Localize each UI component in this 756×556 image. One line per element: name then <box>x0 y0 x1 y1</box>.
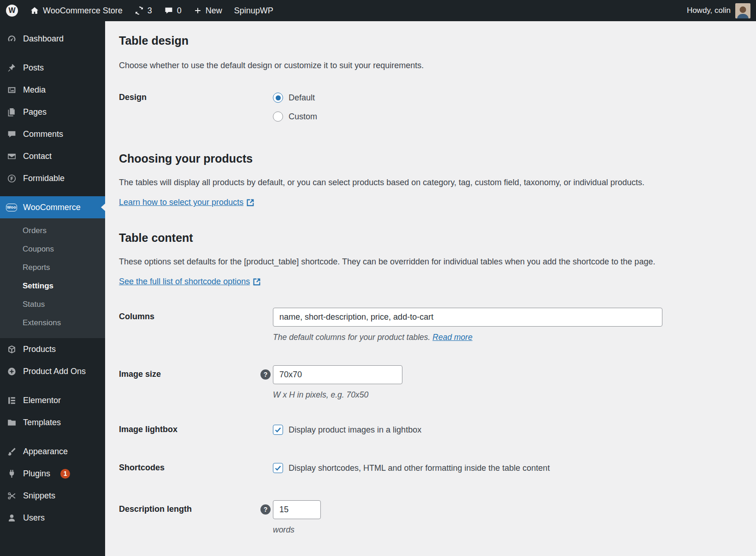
comments-link[interactable]: 0 <box>158 0 188 21</box>
user-avatar[interactable] <box>735 3 750 18</box>
image-lightbox-checkbox-label: Display product images in a lightbox <box>289 425 421 435</box>
image-size-field-group: W x H in pixels, e.g. 70x50 <box>273 365 402 400</box>
sidebar-item-elementor[interactable]: Elementor <box>0 389 105 411</box>
new-content-link[interactable]: New <box>188 0 228 21</box>
sidebar-item-label: Elementor <box>23 396 61 405</box>
admin-bar-left: W WooCommerce Store 3 0 <box>0 0 279 21</box>
design-radio-custom[interactable]: Custom <box>273 111 317 122</box>
sidebar-item-label: Plugins <box>23 469 50 479</box>
sidebar-item-formidable[interactable]: Formidable <box>0 167 105 189</box>
table-design-description: Choose whether to use the default design… <box>119 59 742 71</box>
image-size-help-text: W x H in pixels, e.g. 70x50 <box>273 390 402 400</box>
woocommerce-submenu: Orders Coupons Reports Settings Status E… <box>0 218 105 338</box>
spinupwp-link[interactable]: SpinupWP <box>228 0 279 21</box>
sidebar-item-woocommerce[interactable]: Woo WooCommerce <box>0 196 105 218</box>
design-radio-default[interactable]: Default <box>273 93 317 103</box>
sidebar-item-media[interactable]: Media <box>0 79 105 101</box>
external-link-icon <box>253 278 261 286</box>
sidebar-item-pages[interactable]: Pages <box>0 101 105 123</box>
section-title-choosing-products: Choosing your products <box>119 152 742 165</box>
sidebar-item-products[interactable]: Products <box>0 338 105 360</box>
updates-link[interactable]: 3 <box>129 0 158 21</box>
select-products-link[interactable]: Learn how to select your products <box>119 198 243 207</box>
sidebar-item-label: Products <box>23 345 56 354</box>
folder-icon <box>6 417 17 428</box>
columns-input[interactable] <box>273 308 662 327</box>
scissors-icon <box>6 490 17 501</box>
image-size-form-row: Image size ? W x H in pixels, e.g. 70x50 <box>119 365 742 400</box>
description-length-field-group: words <box>273 500 321 535</box>
shortcodes-option[interactable]: Display shortcodes, HTML and other forma… <box>273 463 550 474</box>
read-more-link[interactable]: Read more <box>432 333 472 342</box>
shortcode-options-link[interactable]: See the full list of shortcode options <box>119 277 250 287</box>
submenu-label: Orders <box>23 226 47 235</box>
plug-icon <box>6 468 17 479</box>
columns-label: Columns <box>119 308 273 322</box>
sidebar-separator <box>0 189 105 196</box>
description-length-form-row: Description length ? words <box>119 500 742 535</box>
plus-icon <box>194 6 202 15</box>
sidebar-item-plugins[interactable]: Plugins 1 <box>0 462 105 485</box>
comments-count: 0 <box>177 6 182 16</box>
wp-glyph: W <box>8 6 15 15</box>
woo-glyph: Woo <box>7 205 16 210</box>
radio-default-label: Default <box>289 93 315 103</box>
howdy-account-link[interactable]: Howdy, colin <box>687 6 731 15</box>
plus-circle-icon <box>6 366 17 377</box>
sidebar-item-label: Snippets <box>23 491 55 501</box>
sidebar-item-product-add-ons[interactable]: Product Add Ons <box>0 360 105 382</box>
sidebar-item-label: Contact <box>23 152 52 161</box>
columns-field-group: The default columns for your product tab… <box>273 308 662 342</box>
columns-help-text: The default columns for your product tab… <box>273 333 662 342</box>
shortcodes-label: Shortcodes <box>119 463 273 473</box>
choosing-products-link-row: Learn how to select your products <box>119 198 742 207</box>
submenu-label: Status <box>23 300 45 309</box>
sidebar-item-snippets[interactable]: Snippets <box>0 485 105 507</box>
settings-main-content: Table design Choose whether to use the d… <box>105 21 756 556</box>
external-link-icon <box>247 199 254 206</box>
envelope-icon <box>6 151 17 162</box>
sidebar-item-templates[interactable]: Templates <box>0 411 105 433</box>
site-name-link[interactable]: WooCommerce Store <box>24 0 129 21</box>
media-icon <box>6 84 17 95</box>
submenu-label: Settings <box>23 281 53 291</box>
admin-sidebar: Dashboard Posts Media Pages Commen <box>0 21 105 556</box>
sidebar-item-comments[interactable]: Comments <box>0 123 105 145</box>
image-lightbox-checkbox[interactable] <box>273 425 283 435</box>
sidebar-item-users[interactable]: Users <box>0 507 105 529</box>
submenu-item-extensions[interactable]: Extensions <box>0 314 105 332</box>
image-lightbox-option[interactable]: Display product images in a lightbox <box>273 425 421 435</box>
design-form-row: Design Default Custom <box>119 93 742 122</box>
sidebar-item-label: Posts <box>23 63 44 73</box>
pin-icon <box>6 62 17 73</box>
submenu-item-status[interactable]: Status <box>0 295 105 314</box>
spinupwp-label: SpinupWP <box>234 6 273 16</box>
section-title-table-content: Table content <box>119 231 742 245</box>
sidebar-item-label: Product Add Ons <box>23 367 86 376</box>
active-menu-arrow <box>101 204 105 211</box>
design-radio-group: Default Custom <box>273 93 317 122</box>
radio-custom-label: Custom <box>289 112 317 122</box>
sidebar-item-appearance[interactable]: Appearance <box>0 440 105 462</box>
sidebar-item-posts[interactable]: Posts <box>0 57 105 79</box>
submenu-item-reports[interactable]: Reports <box>0 258 105 277</box>
description-length-input[interactable] <box>273 500 321 519</box>
image-size-input[interactable] <box>273 365 402 384</box>
sidebar-item-dashboard[interactable]: Dashboard <box>0 28 105 50</box>
radio-default-control[interactable] <box>273 93 283 103</box>
submenu-label: Reports <box>23 263 50 272</box>
radio-custom-control[interactable] <box>273 111 283 122</box>
sidebar-item-contact[interactable]: Contact <box>0 145 105 167</box>
comment-icon <box>6 129 17 140</box>
sidebar-item-label: WooCommerce <box>23 203 81 212</box>
shortcodes-checkbox[interactable] <box>273 463 283 473</box>
sidebar-item-label: Comments <box>23 129 63 139</box>
plugins-update-badge: 1 <box>60 469 70 479</box>
submenu-item-settings[interactable]: Settings <box>0 277 105 295</box>
submenu-item-orders[interactable]: Orders <box>0 222 105 240</box>
submenu-item-coupons[interactable]: Coupons <box>0 240 105 258</box>
updates-count: 3 <box>148 6 152 16</box>
dashboard-icon <box>6 33 17 44</box>
wordpress-logo[interactable]: W <box>0 0 24 21</box>
image-lightbox-label: Image lightbox <box>119 425 273 434</box>
